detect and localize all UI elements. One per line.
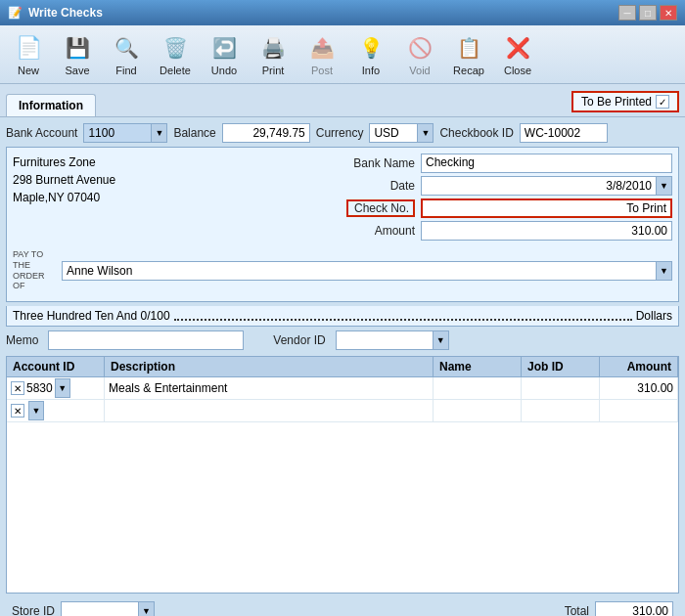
address-box: Furnitures Zone 298 Burnett Avenue Maple… <box>13 154 339 243</box>
row2-acct-dd[interactable]: ▼ <box>28 401 44 420</box>
written-amount-text: Three Hundred Ten And 0/100 <box>13 309 170 323</box>
currency-field-wrapper: ▼ <box>369 123 434 143</box>
date-dropdown[interactable]: ▼ <box>657 176 672 196</box>
tab-information[interactable]: Information <box>6 94 96 116</box>
void-icon: 🚫 <box>404 32 435 64</box>
cell-amount-2 <box>600 400 678 421</box>
close-window-button[interactable]: ✕ <box>660 5 677 21</box>
amount-row: Amount <box>346 221 672 241</box>
amount-label: Amount <box>346 224 415 238</box>
save-icon: 💾 <box>62 32 93 64</box>
info-label: Info <box>362 65 380 76</box>
info-button[interactable]: 💡 Info <box>348 29 393 79</box>
memo-label: Memo <box>6 333 38 347</box>
bank-account-field-wrapper: ▼ <box>83 123 167 143</box>
table-row: ✕ 5830 ▼ Meals & Entertainment 310.00 <box>7 377 678 400</box>
minimize-button[interactable]: ─ <box>618 5 636 21</box>
maximize-button[interactable]: □ <box>639 5 657 21</box>
pay-to-input[interactable] <box>62 261 657 281</box>
col-header-amount: Amount <box>600 357 678 376</box>
store-id-input[interactable] <box>61 601 139 616</box>
new-label: New <box>18 65 39 76</box>
check-area: Furnitures Zone 298 Burnett Avenue Maple… <box>6 147 679 302</box>
col-header-description: Description <box>105 357 434 376</box>
recap-button[interactable]: 📋 Recap <box>446 29 491 79</box>
cell-job-2 <box>522 400 600 421</box>
store-id-field-wrapper: ▼ <box>61 601 155 616</box>
col-header-job-id: Job ID <box>522 357 600 376</box>
save-label: Save <box>65 65 89 76</box>
check-no-row: Check No. <box>346 198 672 218</box>
window-icon: 📝 <box>8 6 23 20</box>
title-bar: 📝 Write Checks ─ □ ✕ <box>0 0 685 25</box>
save-button[interactable]: 💾 Save <box>55 29 100 79</box>
pay-to-label: PAY TO THE ORDER OF <box>13 249 56 291</box>
cell-name-1 <box>434 377 522 399</box>
new-icon: 📄 <box>13 32 44 64</box>
bank-name-row: Bank Name Checking <box>346 154 672 173</box>
cell-job-1 <box>522 377 600 399</box>
address-line1: Furnitures Zone <box>13 154 339 171</box>
table-row: ✕ ▼ <box>7 400 678 422</box>
address-line3: Maple,NY 07040 <box>13 189 339 206</box>
cell-name-2 <box>434 400 522 421</box>
written-amount-row: Three Hundred Ten And 0/100 Dollars <box>6 306 679 327</box>
row1-acct-dd[interactable]: ▼ <box>55 378 70 398</box>
title-bar-controls: ─ □ ✕ <box>618 5 677 21</box>
grid-container: Account ID Description Name Job ID Amoun… <box>6 356 679 594</box>
cell-account-id-1: ✕ 5830 ▼ <box>7 377 105 399</box>
vendor-id-label: Vendor ID <box>273 333 325 347</box>
void-label: Void <box>409 65 430 76</box>
close-button[interactable]: ❌ Close <box>495 29 540 79</box>
undo-label: Undo <box>211 65 237 76</box>
row1-check[interactable]: ✕ <box>11 381 24 395</box>
currency-input[interactable] <box>369 123 418 143</box>
delete-label: Delete <box>160 65 191 76</box>
print-icon: 🖨️ <box>257 32 289 64</box>
tab-bar: Information To Be Printed ✓ <box>0 84 685 117</box>
vendor-id-dropdown[interactable]: ▼ <box>434 330 449 350</box>
void-button[interactable]: 🚫 Void <box>397 29 442 79</box>
date-input[interactable] <box>421 176 657 196</box>
find-icon: 🔍 <box>111 32 142 64</box>
print-label: Print <box>262 65 285 76</box>
post-icon: 📤 <box>306 32 338 64</box>
grid-header: Account ID Description Name Job ID Amoun… <box>7 357 678 377</box>
info-icon: 💡 <box>355 32 387 64</box>
grid-body: ✕ 5830 ▼ Meals & Entertainment 310.00 ✕ … <box>7 377 678 593</box>
address-line2: 298 Burnett Avenue <box>13 171 339 189</box>
check-no-input[interactable] <box>421 198 672 218</box>
print-button[interactable]: 🖨️ Print <box>251 29 296 79</box>
bank-account-input[interactable] <box>83 123 152 143</box>
post-button[interactable]: 📤 Post <box>299 29 344 79</box>
bank-account-dropdown[interactable]: ▼ <box>152 123 167 143</box>
pay-to-field-wrapper: ▼ <box>62 261 672 281</box>
title-bar-title: 📝 Write Checks <box>8 6 103 20</box>
dollars-label: Dollars <box>636 309 672 323</box>
store-id-label: Store ID <box>12 604 55 616</box>
cell-account-id-2: ✕ ▼ <box>7 400 105 421</box>
cell-description-1: Meals & Entertainment <box>105 377 434 399</box>
to-be-printed-checkbox[interactable]: ✓ <box>656 95 669 109</box>
vendor-id-input[interactable] <box>336 330 434 350</box>
delete-button[interactable]: 🗑️ Delete <box>153 29 198 79</box>
undo-icon: ↩️ <box>208 32 240 64</box>
check-right: Bank Name Checking Date ▼ Check No. Amou… <box>346 154 672 243</box>
balance-label: Balance <box>173 126 215 140</box>
col-header-account-id: Account ID <box>7 357 105 376</box>
date-field-wrapper: ▼ <box>421 176 672 196</box>
new-button[interactable]: 📄 New <box>6 29 51 79</box>
store-id-dropdown[interactable]: ▼ <box>139 601 155 616</box>
amount-input[interactable] <box>421 221 672 241</box>
find-button[interactable]: 🔍 Find <box>104 29 149 79</box>
undo-button[interactable]: ↩️ Undo <box>202 29 247 79</box>
checkbook-id-label: Checkbook ID <box>439 126 513 140</box>
currency-dropdown[interactable]: ▼ <box>418 123 434 143</box>
check-header: Furnitures Zone 298 Burnett Avenue Maple… <box>13 154 672 243</box>
bank-account-label: Bank Account <box>6 126 77 140</box>
pay-to-dropdown[interactable]: ▼ <box>657 261 672 281</box>
row2-check[interactable]: ✕ <box>11 404 24 418</box>
memo-input[interactable] <box>48 330 244 350</box>
to-be-printed-box: To Be Printed ✓ <box>571 91 679 112</box>
find-label: Find <box>115 65 136 76</box>
